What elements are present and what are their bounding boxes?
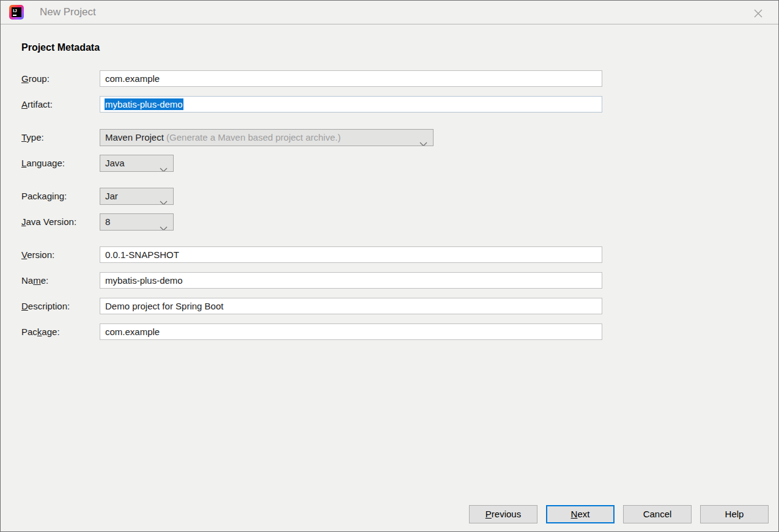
packaging-dropdown[interactable]: Jar [100,188,174,205]
row-type: Type: Maven Project (Generate a Maven ba… [1,129,778,146]
description-field[interactable] [100,298,602,314]
version-label: Version: [21,246,54,264]
row-package: Package: [1,323,778,341]
page-title: Project Metadata [21,42,100,53]
new-project-dialog: IJ New Project Project Metadata Group: A… [0,0,779,532]
type-dropdown-hint: (Generate a Maven based project archive.… [166,132,341,142]
group-label: Group: [21,70,50,87]
version-field[interactable] [100,246,602,263]
java-version-dropdown[interactable]: 8 [100,213,174,231]
row-description: Description: [1,298,778,315]
chevron-down-icon [160,161,168,172]
row-group: Group: [1,70,778,87]
selected-text: mybatis-plus-demo [105,98,183,110]
logo-letters: IJ [13,8,17,13]
row-version: Version: [1,246,778,264]
next-button[interactable]: Next [546,505,615,523]
artifact-label: Artifact: [21,96,53,113]
close-icon[interactable] [751,7,765,20]
intellij-idea-logo-icon: IJ [9,5,24,20]
group-field[interactable] [100,70,602,87]
previous-button[interactable]: Previous [469,505,537,523]
cancel-button[interactable]: Cancel [623,505,692,523]
name-label: Name: [21,272,48,289]
row-name: Name: [1,272,778,289]
type-label: Type: [21,129,44,146]
help-button[interactable]: Help [700,505,769,523]
java-version-label: Java Version: [21,213,76,231]
package-label: Package: [21,323,60,341]
type-dropdown[interactable]: Maven Project (Generate a Maven based pr… [100,129,434,146]
window-title: New Project [40,1,96,24]
row-language: Language: Java [1,155,778,172]
language-label: Language: [21,155,65,172]
package-field[interactable] [100,323,602,340]
row-java-version: Java Version: 8 [1,213,778,231]
row-packaging: Packaging: Jar [1,188,778,205]
row-artifact: Artifact: mybatis-plus-demo [1,96,778,113]
name-field[interactable] [100,272,602,289]
artifact-field[interactable]: mybatis-plus-demo [100,96,602,113]
chevron-down-icon [160,194,168,205]
language-dropdown[interactable]: Java [100,155,174,172]
chevron-down-icon [160,220,168,231]
chevron-down-icon [419,136,427,146]
title-bar: IJ New Project [1,1,778,24]
description-label: Description: [21,298,70,315]
packaging-label: Packaging: [21,188,67,205]
